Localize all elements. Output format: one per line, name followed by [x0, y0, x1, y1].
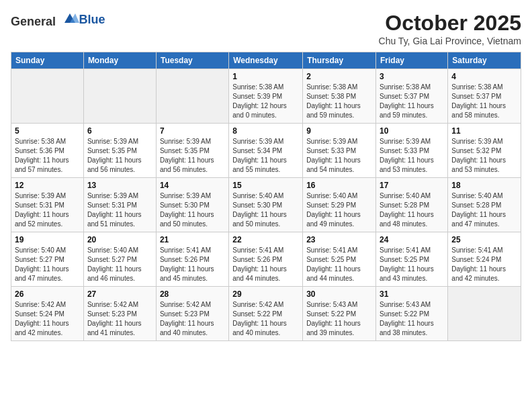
calendar-cell: 14Sunrise: 5:39 AM Sunset: 5:30 PM Dayli… [156, 178, 228, 232]
calendar-cell: 21Sunrise: 5:41 AM Sunset: 5:26 PM Dayli… [156, 232, 228, 287]
weekday-header-thursday: Thursday [303, 52, 376, 69]
calendar-cell: 29Sunrise: 5:42 AM Sunset: 5:22 PM Dayli… [229, 287, 303, 341]
logo-icon [60, 11, 79, 26]
calendar-cell: 7Sunrise: 5:39 AM Sunset: 5:35 PM Daylig… [156, 124, 228, 178]
calendar-cell: 22Sunrise: 5:41 AM Sunset: 5:26 PM Dayli… [229, 232, 303, 287]
day-info: Sunrise: 5:42 AM Sunset: 5:24 PM Dayligh… [15, 300, 80, 338]
weekday-header-wednesday: Wednesday [229, 52, 303, 69]
day-info: Sunrise: 5:43 AM Sunset: 5:22 PM Dayligh… [306, 300, 372, 338]
weekday-header-row: SundayMondayTuesdayWednesdayThursdayFrid… [11, 52, 521, 69]
calendar-cell: 11Sunrise: 5:39 AM Sunset: 5:32 PM Dayli… [448, 124, 521, 178]
day-info: Sunrise: 5:39 AM Sunset: 5:35 PM Dayligh… [160, 137, 225, 175]
day-number: 11 [451, 126, 517, 136]
day-number: 3 [380, 72, 444, 81]
calendar-cell: 20Sunrise: 5:40 AM Sunset: 5:27 PM Dayli… [83, 232, 156, 287]
day-info: Sunrise: 5:41 AM Sunset: 5:25 PM Dayligh… [306, 246, 372, 283]
weekday-header-saturday: Saturday [448, 52, 521, 69]
calendar-week-row: 1Sunrise: 5:38 AM Sunset: 5:39 PM Daylig… [11, 69, 521, 124]
day-number: 24 [380, 235, 444, 244]
day-info: Sunrise: 5:38 AM Sunset: 5:36 PM Dayligh… [15, 137, 80, 175]
weekday-header-monday: Monday [83, 52, 156, 69]
calendar-cell: 8Sunrise: 5:39 AM Sunset: 5:34 PM Daylig… [229, 124, 303, 178]
day-info: Sunrise: 5:39 AM Sunset: 5:31 PM Dayligh… [15, 191, 80, 229]
day-number: 23 [306, 235, 372, 244]
location-subtitle: Chu Ty, Gia Lai Province, Vietnam [379, 36, 521, 46]
calendar-cell: 27Sunrise: 5:42 AM Sunset: 5:23 PM Dayli… [83, 287, 156, 341]
day-number: 1 [232, 72, 299, 81]
logo-general: General [11, 15, 56, 28]
day-number: 6 [87, 126, 152, 136]
day-info: Sunrise: 5:40 AM Sunset: 5:27 PM Dayligh… [87, 246, 152, 283]
day-number: 25 [451, 235, 517, 244]
day-number: 14 [160, 181, 225, 190]
calendar-week-row: 5Sunrise: 5:38 AM Sunset: 5:36 PM Daylig… [11, 124, 521, 178]
day-number: 7 [160, 126, 225, 136]
day-info: Sunrise: 5:39 AM Sunset: 5:35 PM Dayligh… [87, 137, 152, 175]
calendar-cell [448, 287, 521, 341]
calendar-cell: 25Sunrise: 5:41 AM Sunset: 5:24 PM Dayli… [448, 232, 521, 287]
day-info: Sunrise: 5:42 AM Sunset: 5:23 PM Dayligh… [87, 300, 152, 338]
day-number: 26 [15, 289, 80, 299]
day-number: 12 [15, 181, 80, 190]
day-number: 9 [306, 126, 372, 136]
calendar-cell: 30Sunrise: 5:43 AM Sunset: 5:22 PM Dayli… [303, 287, 376, 341]
day-info: Sunrise: 5:39 AM Sunset: 5:34 PM Dayligh… [232, 137, 299, 175]
calendar-cell: 2Sunrise: 5:38 AM Sunset: 5:38 PM Daylig… [303, 69, 376, 124]
day-info: Sunrise: 5:40 AM Sunset: 5:29 PM Dayligh… [306, 191, 372, 229]
day-info: Sunrise: 5:38 AM Sunset: 5:39 PM Dayligh… [232, 83, 299, 120]
day-info: Sunrise: 5:41 AM Sunset: 5:26 PM Dayligh… [160, 246, 225, 283]
weekday-header-sunday: Sunday [11, 52, 84, 69]
day-number: 21 [160, 235, 225, 244]
day-number: 5 [15, 126, 80, 136]
day-info: Sunrise: 5:39 AM Sunset: 5:33 PM Dayligh… [306, 137, 372, 175]
day-info: Sunrise: 5:39 AM Sunset: 5:31 PM Dayligh… [87, 191, 152, 229]
calendar-cell [83, 69, 156, 124]
logo-blue: Blue [79, 13, 105, 26]
day-info: Sunrise: 5:38 AM Sunset: 5:37 PM Dayligh… [380, 83, 444, 120]
calendar-cell: 26Sunrise: 5:42 AM Sunset: 5:24 PM Dayli… [11, 287, 84, 341]
calendar-week-row: 19Sunrise: 5:40 AM Sunset: 5:27 PM Dayli… [11, 232, 521, 287]
day-info: Sunrise: 5:38 AM Sunset: 5:38 PM Dayligh… [306, 83, 372, 120]
day-number: 29 [232, 289, 299, 299]
day-info: Sunrise: 5:40 AM Sunset: 5:27 PM Dayligh… [15, 246, 80, 283]
calendar-cell: 5Sunrise: 5:38 AM Sunset: 5:36 PM Daylig… [11, 124, 84, 178]
day-info: Sunrise: 5:39 AM Sunset: 5:33 PM Dayligh… [380, 137, 444, 175]
weekday-header-tuesday: Tuesday [156, 52, 228, 69]
day-number: 13 [87, 181, 152, 190]
logo: General Blue [11, 11, 105, 29]
day-number: 15 [232, 181, 299, 190]
calendar-cell: 15Sunrise: 5:40 AM Sunset: 5:30 PM Dayli… [229, 178, 303, 232]
day-number: 30 [306, 289, 372, 299]
calendar-table: SundayMondayTuesdayWednesdayThursdayFrid… [11, 52, 521, 341]
day-number: 16 [306, 181, 372, 190]
page-header: General Blue October 2025 Chu Ty, Gia La… [11, 11, 521, 46]
calendar-cell: 23Sunrise: 5:41 AM Sunset: 5:25 PM Dayli… [303, 232, 376, 287]
day-number: 19 [15, 235, 80, 244]
day-info: Sunrise: 5:41 AM Sunset: 5:26 PM Dayligh… [232, 246, 299, 283]
calendar-cell: 31Sunrise: 5:43 AM Sunset: 5:22 PM Dayli… [376, 287, 448, 341]
calendar-cell: 16Sunrise: 5:40 AM Sunset: 5:29 PM Dayli… [303, 178, 376, 232]
calendar-cell: 12Sunrise: 5:39 AM Sunset: 5:31 PM Dayli… [11, 178, 84, 232]
calendar-cell: 18Sunrise: 5:40 AM Sunset: 5:28 PM Dayli… [448, 178, 521, 232]
calendar-cell: 28Sunrise: 5:42 AM Sunset: 5:23 PM Dayli… [156, 287, 228, 341]
day-info: Sunrise: 5:40 AM Sunset: 5:28 PM Dayligh… [451, 191, 517, 229]
day-info: Sunrise: 5:40 AM Sunset: 5:30 PM Dayligh… [232, 191, 299, 229]
day-number: 22 [232, 235, 299, 244]
calendar-cell: 9Sunrise: 5:39 AM Sunset: 5:33 PM Daylig… [303, 124, 376, 178]
day-number: 4 [451, 72, 517, 81]
day-info: Sunrise: 5:40 AM Sunset: 5:28 PM Dayligh… [380, 191, 444, 229]
day-info: Sunrise: 5:43 AM Sunset: 5:22 PM Dayligh… [380, 300, 444, 338]
day-number: 17 [380, 181, 444, 190]
day-number: 2 [306, 72, 372, 81]
day-info: Sunrise: 5:39 AM Sunset: 5:32 PM Dayligh… [451, 137, 517, 175]
calendar-week-row: 12Sunrise: 5:39 AM Sunset: 5:31 PM Dayli… [11, 178, 521, 232]
calendar-cell [11, 69, 84, 124]
day-info: Sunrise: 5:41 AM Sunset: 5:25 PM Dayligh… [380, 246, 444, 283]
calendar-cell: 17Sunrise: 5:40 AM Sunset: 5:28 PM Dayli… [376, 178, 448, 232]
calendar-cell: 19Sunrise: 5:40 AM Sunset: 5:27 PM Dayli… [11, 232, 84, 287]
day-number: 31 [380, 289, 444, 299]
calendar-cell: 1Sunrise: 5:38 AM Sunset: 5:39 PM Daylig… [229, 69, 303, 124]
calendar-cell [156, 69, 228, 124]
calendar-cell: 4Sunrise: 5:38 AM Sunset: 5:37 PM Daylig… [448, 69, 521, 124]
calendar-cell: 3Sunrise: 5:38 AM Sunset: 5:37 PM Daylig… [376, 69, 448, 124]
